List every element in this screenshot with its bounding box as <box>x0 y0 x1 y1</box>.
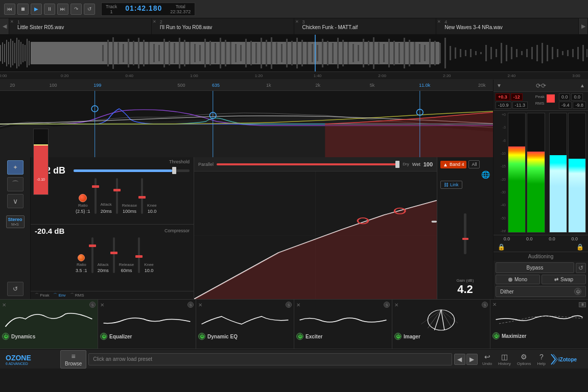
clip-indicator[interactable] <box>547 94 555 103</box>
playlist-track-3[interactable]: ✕ 3 Chicken Funk - MATT.aif <box>294 18 437 34</box>
module-deq-s-btn[interactable]: S <box>286 302 292 308</box>
play-button[interactable]: ▶ <box>31 4 42 15</box>
playlist-track-4[interactable]: ✕ 4 New Waves 3-4 NRa.wav <box>436 18 579 34</box>
stereo-mode-button[interactable]: Stereo M•S <box>6 215 25 228</box>
link-button[interactable]: ⛓ Link <box>440 181 462 189</box>
browse-button[interactable]: ≡ Browse <box>60 350 86 369</box>
band-gain-thumb[interactable] <box>462 238 468 240</box>
repeat-button[interactable]: ↺ <box>84 4 95 15</box>
options-button[interactable]: ⚙ Options <box>514 352 534 367</box>
bypass-button[interactable]: Bypass <box>496 262 574 273</box>
module-eq-power[interactable]: ⏻ <box>100 333 107 340</box>
module-img-close[interactable]: ✕ <box>394 302 398 308</box>
mono-button[interactable]: Mono <box>496 275 540 284</box>
bypass-power-icon[interactable]: ↺ <box>576 263 586 273</box>
peak-left-display[interactable]: +0.3 <box>496 93 510 101</box>
peak-right-display[interactable]: -12 <box>511 93 523 101</box>
meter-bar-out-left[interactable] <box>549 113 567 233</box>
playlist-track-2[interactable]: ✕ 2 I'll Run to You R08.wav <box>152 18 294 34</box>
dither-button[interactable]: Dither ⏻ <box>496 286 586 297</box>
transfer-curve-display[interactable] <box>194 172 437 299</box>
limiter-release-fader[interactable] <box>116 178 118 214</box>
swap-button[interactable]: ⇄ Swap <box>542 275 586 284</box>
track-close-2[interactable]: ✕ <box>153 19 156 24</box>
loop-button[interactable]: ↷ <box>70 4 82 15</box>
limiter-knee-thumb[interactable] <box>138 196 146 199</box>
ozone-logo[interactable]: OZONE 6 ADVANCED <box>2 352 58 367</box>
band4-button[interactable]: ▲ Band 4 <box>440 161 466 168</box>
help-button[interactable]: ? Help <box>535 352 548 367</box>
module-img-s-btn[interactable]: S <box>482 302 488 308</box>
comp-attack-thumb[interactable] <box>89 244 96 247</box>
module-dynamics[interactable]: ✕ S ⏻ Dynamics <box>0 300 98 349</box>
line-tool-button[interactable]: ∨ <box>7 194 23 208</box>
threshold-slider[interactable] <box>74 169 190 172</box>
limiter-knee-fader[interactable] <box>141 178 143 214</box>
parallel-slider[interactable] <box>217 163 399 165</box>
module-deq-close[interactable]: ✕ <box>198 302 202 308</box>
playlist-nav-left[interactable]: ◀ <box>0 18 9 34</box>
dither-power-icon[interactable]: ⏻ <box>574 288 581 295</box>
skip-forward-button[interactable]: ⏭ <box>57 4 68 15</box>
comp-attack-fader[interactable] <box>91 237 93 273</box>
skip-back-button[interactable]: ⏮ <box>4 4 15 15</box>
nav-prev-button[interactable]: ◀ <box>454 354 465 365</box>
preset-bar[interactable]: Click an arrow load preset <box>88 353 452 365</box>
izotope-logo[interactable]: iZotope <box>550 353 586 365</box>
history-button[interactable]: ◫ History <box>496 352 513 367</box>
meters-up-arrow[interactable]: ▲ <box>580 83 585 88</box>
nav-next-button[interactable]: ▶ <box>466 354 478 365</box>
module-exc-close[interactable]: ✕ <box>296 302 300 308</box>
meter-bar-out-right[interactable] <box>568 113 586 233</box>
threshold-thumb[interactable] <box>172 167 176 174</box>
comp-release-fader[interactable] <box>113 237 115 273</box>
undo-button[interactable]: ↩ Undo <box>480 352 495 367</box>
module-dynamics-s-btn[interactable]: S <box>89 302 96 308</box>
module-dynamics-power[interactable]: ⏻ <box>2 333 9 340</box>
comp-release-thumb[interactable] <box>110 252 117 254</box>
module-exc-s-btn[interactable]: S <box>384 302 390 308</box>
meter-bar-in-left[interactable] <box>508 113 526 233</box>
eq-display[interactable] <box>0 91 493 157</box>
waveform-container[interactable]: 0:00 0:20 0:40 1:00 1:20 1:40 2:00 2:20 … <box>0 35 588 80</box>
limiter-ratio-knob[interactable] <box>79 194 87 202</box>
module-deq-power[interactable]: ⏻ <box>198 333 205 340</box>
module-max-close[interactable]: ✕ <box>492 302 497 307</box>
pause-button[interactable]: ⏸ <box>44 4 55 15</box>
module-maximizer[interactable]: ✕ ⏸ ⏻ Maximizer <box>490 300 588 349</box>
limiter-attack-thumb[interactable] <box>92 185 99 188</box>
lock-output-icon[interactable]: 🔒 <box>576 243 584 251</box>
module-eq-close[interactable]: ✕ <box>100 302 104 308</box>
draw-tool-button[interactable]: ⌒ <box>7 177 23 191</box>
parallel-slider-thumb[interactable] <box>395 161 399 168</box>
meters-down-arrow[interactable]: ▼ <box>497 83 502 88</box>
comp-ratio-knob[interactable] <box>78 254 85 261</box>
band-gain-fader[interactable] <box>464 213 466 254</box>
comp-knee-thumb[interactable] <box>135 255 143 258</box>
module-imager[interactable]: ✕ S ⏻ Imager <box>392 300 490 349</box>
module-max-power[interactable]: ⏻ <box>492 332 500 339</box>
module-dynamic-eq[interactable]: ✕ S ⏻ Dynamic EQ <box>196 300 294 349</box>
waveform-display[interactable] <box>0 35 588 71</box>
track-close-1[interactable]: ✕ <box>10 19 14 24</box>
module-dynamics-close[interactable]: ✕ <box>2 302 6 308</box>
select-tool-button[interactable]: ✦ <box>7 160 23 175</box>
track-close-3[interactable]: ✕ <box>295 19 299 24</box>
limiter-attack-fader[interactable] <box>95 178 97 214</box>
limiter-release-thumb[interactable] <box>113 189 121 191</box>
comp-knee-fader[interactable] <box>138 237 140 273</box>
meter-bar-in-right[interactable] <box>527 113 545 233</box>
all-button[interactable]: All <box>468 160 480 168</box>
reset-button[interactable]: ↺ <box>7 282 23 296</box>
module-eq-s-btn[interactable]: S <box>187 302 194 308</box>
stop-button[interactable]: ⏹ <box>17 4 29 15</box>
globe-icon[interactable]: 🌐 <box>481 170 490 179</box>
meters-loop-icon[interactable]: ⟳⟳ <box>536 82 546 89</box>
playlist-track-1[interactable]: ✕ 1 Little Sister R05.wav <box>9 18 152 34</box>
lock-input-icon[interactable]: 🔒 <box>498 243 505 251</box>
module-max-pause-btn[interactable]: ⏸ <box>579 302 586 307</box>
module-exc-power[interactable]: ⏻ <box>296 333 303 340</box>
module-equalizer[interactable]: ✕ S ⏻ Equalizer <box>98 300 196 349</box>
track-close-4[interactable]: ✕ <box>437 19 441 24</box>
module-img-power[interactable]: ⏻ <box>394 333 402 340</box>
